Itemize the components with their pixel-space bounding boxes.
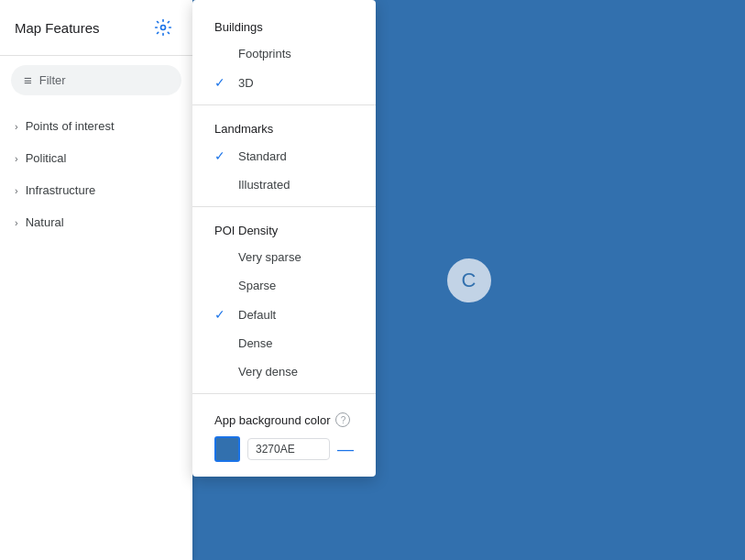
nav-items: › Points of interest › Political › Infra… bbox=[0, 104, 192, 244]
svg-point-0 bbox=[161, 26, 166, 30]
map-loading-indicator: C bbox=[447, 258, 491, 302]
check-icon: ✓ bbox=[214, 148, 229, 163]
default-label: Default bbox=[238, 308, 276, 322]
standard-label: Standard bbox=[238, 149, 287, 163]
divider-2 bbox=[192, 206, 376, 207]
chevron-icon: › bbox=[15, 185, 18, 196]
sidebar-item-poi[interactable]: › Points of interest bbox=[0, 110, 192, 142]
color-input[interactable] bbox=[247, 438, 330, 460]
3d-option[interactable]: ✓ 3D bbox=[192, 68, 376, 97]
divider-1 bbox=[192, 104, 376, 105]
gear-icon bbox=[154, 18, 172, 37]
very-dense-option[interactable]: Very dense bbox=[192, 357, 376, 386]
color-section-header: App background color ? bbox=[214, 412, 354, 427]
dropdown-panel: Buildings Footprints ✓ 3D Landmarks ✓ St… bbox=[192, 0, 376, 477]
dense-label: Dense bbox=[238, 336, 273, 350]
3d-label: 3D bbox=[238, 76, 254, 90]
filter-lines-icon: ≡ bbox=[24, 72, 32, 88]
app-bg-color-section: App background color ? — bbox=[192, 401, 376, 462]
illustrated-label: Illustrated bbox=[238, 178, 290, 192]
gear-button[interactable] bbox=[148, 13, 178, 42]
sidebar: Map Features ≡ Filter › Points of intere… bbox=[0, 0, 192, 560]
chevron-icon: › bbox=[15, 121, 18, 132]
filter-label: Filter bbox=[39, 73, 66, 87]
very-dense-label: Very dense bbox=[238, 365, 298, 379]
loading-icon: C bbox=[462, 269, 477, 292]
landmarks-section-title: Landmarks bbox=[192, 113, 376, 141]
footprints-option[interactable]: Footprints bbox=[192, 39, 376, 68]
dense-option[interactable]: Dense bbox=[192, 329, 376, 357]
color-swatch[interactable] bbox=[214, 436, 240, 462]
sparse-option[interactable]: Sparse bbox=[192, 271, 376, 300]
app-bg-color-label: App background color bbox=[214, 413, 330, 427]
color-clear-button[interactable]: — bbox=[337, 441, 354, 457]
default-option[interactable]: ✓ Default bbox=[192, 300, 376, 329]
sparse-label: Sparse bbox=[238, 279, 276, 292]
sidebar-item-natural[interactable]: › Natural bbox=[0, 206, 192, 238]
illustrated-option[interactable]: Illustrated bbox=[192, 170, 376, 199]
very-sparse-label: Very sparse bbox=[238, 250, 301, 264]
poi-density-section-title: POI Density bbox=[192, 214, 376, 243]
chevron-icon: › bbox=[15, 153, 18, 164]
check-icon: ✓ bbox=[214, 75, 229, 90]
nav-item-label: Infrastructure bbox=[26, 183, 96, 197]
help-icon[interactable]: ? bbox=[335, 412, 350, 427]
sidebar-item-infrastructure[interactable]: › Infrastructure bbox=[0, 174, 192, 206]
nav-item-label: Points of interest bbox=[26, 119, 115, 133]
sidebar-title: Map Features bbox=[15, 20, 100, 36]
sidebar-header: Map Features bbox=[0, 0, 192, 56]
sidebar-item-political[interactable]: › Political bbox=[0, 142, 192, 174]
divider-3 bbox=[192, 393, 376, 394]
nav-item-label: Natural bbox=[26, 215, 64, 229]
footprints-label: Footprints bbox=[238, 47, 291, 60]
chevron-icon: › bbox=[15, 217, 18, 228]
filter-bar[interactable]: ≡ Filter bbox=[11, 65, 181, 95]
color-row: — bbox=[214, 436, 354, 462]
nav-item-label: Political bbox=[26, 151, 67, 165]
standard-option[interactable]: ✓ Standard bbox=[192, 141, 376, 170]
check-icon: ✓ bbox=[214, 307, 229, 322]
buildings-section-title: Buildings bbox=[192, 11, 376, 39]
very-sparse-option[interactable]: Very sparse bbox=[192, 243, 376, 271]
